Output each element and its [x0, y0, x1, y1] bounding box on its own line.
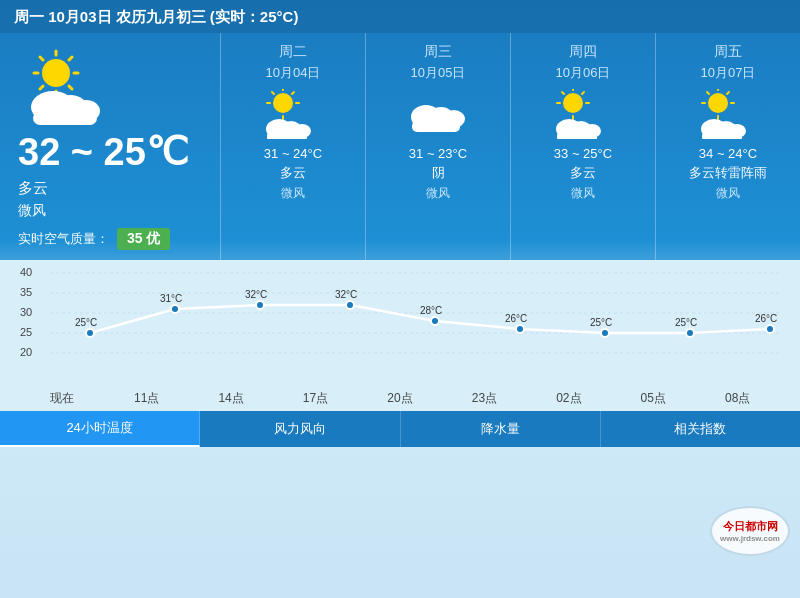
tab-0[interactable]: 24小时温度 — [0, 411, 200, 447]
forecast-icon-2 — [551, 89, 615, 139]
forecast-panels: 周二 10月04日 31 ~ 24 — [220, 33, 800, 260]
svg-line-19 — [292, 92, 294, 94]
x-label-7: 05点 — [611, 390, 695, 407]
day-name-0: 周二 — [279, 43, 307, 61]
x-label-1: 11点 — [104, 390, 188, 407]
today-weather-icon — [18, 45, 118, 125]
x-label-5: 23点 — [442, 390, 526, 407]
svg-point-67 — [686, 329, 694, 337]
svg-point-13 — [273, 93, 293, 113]
svg-rect-49 — [702, 132, 742, 139]
svg-text:30: 30 — [20, 306, 32, 318]
forecast-day-3: 周五 10月07日 34 ~ 24 — [655, 33, 800, 260]
logo-text: 今日都市网 — [723, 519, 778, 534]
svg-line-5 — [40, 57, 43, 60]
svg-point-60 — [86, 329, 94, 337]
today-panel: 32 ~ 25℃ 多云 微风 实时空气质量： 35 优 — [0, 33, 220, 260]
svg-text:25°C: 25°C — [675, 317, 697, 328]
tab-3[interactable]: 相关指数 — [601, 411, 800, 447]
logo-watermark: 今日都市网 www.jrdsw.com — [710, 506, 790, 556]
logo-url: www.jrdsw.com — [720, 534, 780, 543]
day-temp-3: 34 ~ 24°C — [699, 146, 757, 161]
tab-1[interactable]: 风力风向 — [200, 411, 400, 447]
x-label-6: 02点 — [527, 390, 611, 407]
header: 周一 10月03日 农历九月初三 (实时：25°C) — [0, 0, 800, 33]
air-quality: 实时空气质量： 35 优 — [18, 228, 202, 250]
svg-point-62 — [256, 301, 264, 309]
x-label-2: 14点 — [189, 390, 273, 407]
svg-rect-12 — [33, 111, 97, 125]
svg-rect-27 — [412, 121, 460, 132]
day-temp-2: 33 ~ 25°C — [554, 146, 612, 161]
chart-container: 40 35 30 25 20 — [0, 268, 800, 388]
day-desc-0: 多云 — [280, 164, 306, 182]
forecast-icon-0 — [261, 89, 325, 139]
svg-point-66 — [601, 329, 609, 337]
forecast-icon-1 — [406, 89, 470, 139]
day-name-3: 周五 — [714, 43, 742, 61]
svg-line-45 — [727, 92, 729, 94]
svg-point-28 — [563, 93, 583, 113]
svg-point-68 — [766, 325, 774, 333]
svg-text:31°C: 31°C — [160, 293, 182, 304]
svg-text:32°C: 32°C — [335, 289, 357, 300]
forecast-day-0: 周二 10月04日 31 ~ 24 — [220, 33, 365, 260]
svg-text:25°C: 25°C — [75, 317, 97, 328]
svg-line-44 — [707, 92, 709, 94]
day-desc-2: 多云 — [570, 164, 596, 182]
chart-x-labels: 现在11点14点17点20点23点02点05点08点 — [0, 388, 800, 411]
svg-line-34 — [582, 92, 584, 94]
x-label-0: 现在 — [20, 390, 104, 407]
day-wind-1: 微风 — [426, 185, 450, 202]
svg-text:35: 35 — [20, 286, 32, 298]
x-label-4: 20点 — [358, 390, 442, 407]
svg-line-18 — [272, 92, 274, 94]
svg-text:20: 20 — [20, 346, 32, 358]
svg-text:25: 25 — [20, 326, 32, 338]
bottom-tabs: 24小时温度风力风向降水量相关指数 — [0, 411, 800, 447]
day-name-2: 周四 — [569, 43, 597, 61]
svg-line-33 — [562, 92, 564, 94]
main-weather: 32 ~ 25℃ 多云 微风 实时空气质量： 35 优 周二 10月04日 — [0, 33, 800, 260]
svg-rect-38 — [557, 132, 597, 139]
chart-area: 40 35 30 25 20 — [0, 260, 800, 411]
day-wind-3: 微风 — [716, 185, 740, 202]
svg-point-65 — [516, 325, 524, 333]
forecast-day-2: 周四 10月06日 33 ~ 25 — [510, 33, 655, 260]
svg-line-8 — [69, 86, 72, 89]
today-desc: 多云 — [18, 179, 202, 198]
svg-point-39 — [708, 93, 728, 113]
svg-text:40: 40 — [20, 268, 32, 278]
svg-text:32°C: 32°C — [245, 289, 267, 300]
svg-point-64 — [431, 317, 439, 325]
forecast-icon-3 — [696, 89, 760, 139]
day-desc-3: 多云转雷阵雨 — [689, 164, 767, 182]
svg-text:26°C: 26°C — [755, 313, 777, 324]
svg-line-7 — [40, 86, 43, 89]
day-name-1: 周三 — [424, 43, 452, 61]
day-wind-0: 微风 — [281, 185, 305, 202]
day-date-2: 10月06日 — [556, 64, 611, 82]
day-date-0: 10月04日 — [266, 64, 321, 82]
day-wind-2: 微风 — [571, 185, 595, 202]
svg-point-63 — [346, 301, 354, 309]
tab-2[interactable]: 降水量 — [401, 411, 601, 447]
x-label-8: 08点 — [696, 390, 780, 407]
day-temp-1: 31 ~ 23°C — [409, 146, 467, 161]
svg-text:25°C: 25°C — [590, 317, 612, 328]
svg-point-0 — [42, 59, 70, 87]
day-temp-0: 31 ~ 24°C — [264, 146, 322, 161]
day-date-1: 10月05日 — [411, 64, 466, 82]
air-label: 实时空气质量： — [18, 230, 109, 248]
svg-point-61 — [171, 305, 179, 313]
header-title: 周一 10月03日 农历九月初三 (实时：25°C) — [14, 8, 298, 25]
day-desc-1: 阴 — [432, 164, 445, 182]
air-badge: 35 优 — [117, 228, 170, 250]
temperature-chart: 40 35 30 25 20 — [20, 268, 780, 378]
weather-app: 周一 10月03日 农历九月初三 (实时：25°C) — [0, 0, 800, 598]
svg-text:26°C: 26°C — [505, 313, 527, 324]
svg-rect-23 — [267, 132, 307, 139]
forecast-day-1: 周三 10月05日 31 ~ 23°C 阴 微风 — [365, 33, 510, 260]
day-date-3: 10月07日 — [701, 64, 756, 82]
svg-text:28°C: 28°C — [420, 305, 442, 316]
